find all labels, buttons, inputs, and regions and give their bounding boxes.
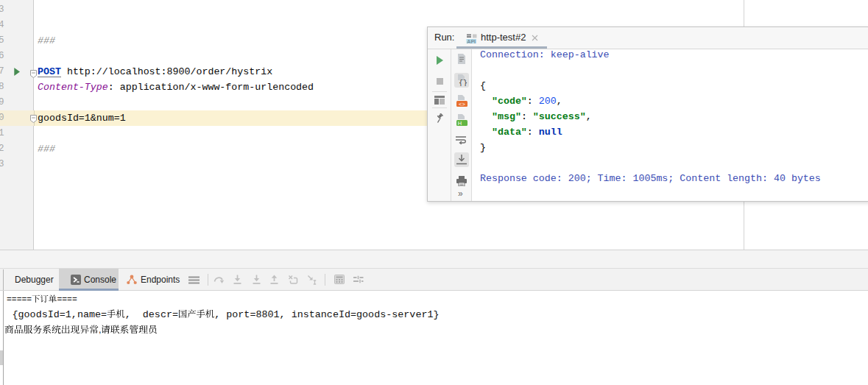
svg-text:<>: <> — [459, 101, 465, 107]
svg-text:{}: {} — [459, 80, 467, 86]
svg-text:API: API — [467, 39, 476, 43]
svg-text:H: H — [458, 120, 462, 127]
